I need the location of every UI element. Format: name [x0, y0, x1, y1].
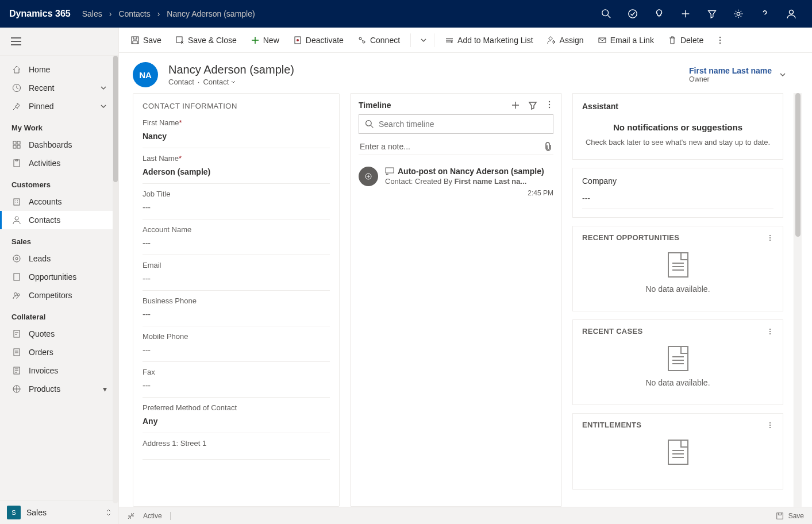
nav-activities[interactable]: Activities — [0, 154, 118, 172]
field-label: Account Name — [143, 225, 330, 234]
field-mobile-phone[interactable]: Mobile Phone--- — [143, 326, 330, 362]
save-close-button[interactable]: Save & Close — [170, 32, 243, 48]
field-value[interactable]: Nancy — [143, 132, 330, 141]
status-value[interactable]: Active — [143, 512, 162, 520]
field-value[interactable]: --- — [143, 203, 330, 212]
field-account-name[interactable]: Account Name--- — [143, 219, 330, 255]
field-address-1-street-1[interactable]: Address 1: Street 1 — [143, 433, 330, 460]
nav-opportunities[interactable]: Opportunities — [0, 268, 118, 286]
nav-products[interactable]: Products▾ — [0, 380, 118, 398]
overflow-button[interactable] — [714, 33, 726, 48]
chevron-icon: › — [157, 9, 160, 18]
more-icon[interactable] — [767, 328, 773, 335]
nav-quotes[interactable]: Quotes — [0, 325, 118, 343]
company-value[interactable]: --- — [582, 194, 773, 209]
field-email[interactable]: Email--- — [143, 255, 330, 291]
timeline-add-icon[interactable] — [511, 101, 520, 110]
field-label: Job Title — [143, 190, 330, 198]
svg-rect-20 — [14, 273, 20, 280]
field-value[interactable]: --- — [143, 381, 330, 390]
hamburger-icon[interactable] — [9, 34, 23, 48]
deactivate-button[interactable]: Deactivate — [287, 32, 349, 48]
nav-pinned[interactable]: Pinned — [0, 97, 118, 115]
new-button[interactable]: New — [245, 32, 285, 48]
paperclip-icon[interactable] — [544, 142, 552, 151]
svg-point-54 — [769, 333, 771, 334]
connect-button[interactable]: Connect — [352, 32, 406, 48]
crumb-contacts[interactable]: Contacts — [116, 9, 152, 18]
timeline-more-icon[interactable] — [545, 101, 553, 110]
gear-icon[interactable] — [727, 0, 750, 28]
search-icon[interactable] — [595, 0, 618, 28]
field-value[interactable]: Aderson (sample) — [143, 167, 330, 176]
timeline-item[interactable]: Auto-post on Nancy Aderson (sample) Cont… — [351, 161, 561, 205]
crumb-record[interactable]: Nancy Aderson (sample) — [164, 9, 257, 18]
field-fax[interactable]: Fax--- — [143, 362, 330, 398]
svg-rect-11 — [13, 141, 16, 144]
building-icon — [11, 197, 22, 206]
assistant-panel: Assistant No notifications or suggestion… — [572, 93, 783, 160]
svg-point-34 — [363, 41, 365, 43]
nav-leads[interactable]: Leads — [0, 249, 118, 268]
svg-point-5 — [737, 12, 740, 15]
more-icon[interactable] — [767, 422, 773, 429]
timeline-search[interactable] — [359, 114, 553, 134]
plus-icon[interactable] — [674, 0, 697, 28]
assistant-body: Check back later to see what's new and s… — [582, 138, 773, 147]
timeline-note-input[interactable]: Enter a note... — [359, 138, 553, 155]
nav-recent[interactable]: Recent — [0, 79, 118, 97]
timeline-search-input[interactable] — [379, 120, 547, 129]
delete-button[interactable]: Delete — [662, 32, 709, 48]
svg-point-22 — [17, 294, 20, 296]
field-business-phone[interactable]: Business Phone--- — [143, 291, 330, 326]
home-icon — [11, 65, 22, 74]
form-switcher[interactable]: Contact — [203, 78, 236, 86]
crumb-sales[interactable]: Sales — [80, 9, 105, 18]
invoice-icon — [11, 366, 22, 375]
svg-point-38 — [719, 39, 721, 40]
nav-invoices[interactable]: Invoices — [0, 361, 118, 380]
area-switcher[interactable]: S Sales — [0, 500, 118, 524]
field-last-name[interactable]: Last Name*Aderson (sample) — [143, 148, 330, 184]
nav-dashboards[interactable]: Dashboards — [0, 136, 118, 154]
field-value[interactable]: --- — [143, 238, 330, 248]
main-scrollbar[interactable] — [794, 93, 802, 507]
field-value[interactable]: --- — [143, 310, 330, 319]
nav-home[interactable]: Home — [0, 60, 118, 79]
assign-button[interactable]: Assign — [541, 32, 590, 48]
person-icon — [11, 215, 22, 225]
filter-icon[interactable] — [701, 0, 724, 28]
field-preferred-method-of-contact[interactable]: Preferred Method of ContactAny — [143, 398, 330, 433]
expand-header-icon[interactable] — [779, 71, 787, 79]
timeline-filter-icon[interactable] — [528, 101, 537, 110]
field-job-title[interactable]: Job Title--- — [143, 184, 330, 219]
connect-dropdown-button[interactable] — [418, 33, 429, 47]
search-icon — [365, 120, 374, 129]
field-value[interactable]: Any — [143, 417, 330, 426]
add-marketing-button[interactable]: Add to Marketing List — [439, 32, 539, 48]
nav-accounts[interactable]: Accounts — [0, 192, 118, 211]
lightbulb-icon[interactable] — [648, 0, 671, 28]
statusbar-save-button[interactable]: Save — [776, 512, 804, 520]
field-value[interactable]: --- — [143, 345, 330, 355]
help-icon[interactable] — [753, 0, 776, 28]
field-first-name[interactable]: First Name*Nancy — [143, 118, 330, 148]
expand-icon[interactable] — [127, 512, 135, 520]
owner-name[interactable]: First name Last name — [689, 66, 772, 75]
divider — [410, 33, 411, 47]
nav-contacts[interactable]: Contacts — [0, 211, 118, 229]
field-value[interactable]: --- — [143, 274, 330, 283]
brand: Dynamics 365 — [9, 9, 71, 19]
sidebar-scrollbar[interactable] — [113, 55, 118, 503]
nav-orders[interactable]: Orders — [0, 343, 118, 361]
svg-point-19 — [16, 257, 18, 260]
task-icon[interactable] — [621, 0, 644, 28]
more-icon[interactable] — [767, 234, 773, 241]
post-icon — [385, 167, 394, 175]
company-section: Company --- — [572, 168, 783, 218]
email-link-button[interactable]: Email a Link — [592, 32, 660, 48]
save-button[interactable]: Save — [125, 32, 167, 48]
person-icon[interactable] — [780, 0, 803, 28]
nav-competitors[interactable]: Competitors — [0, 286, 118, 305]
up-down-icon[interactable] — [106, 508, 111, 517]
